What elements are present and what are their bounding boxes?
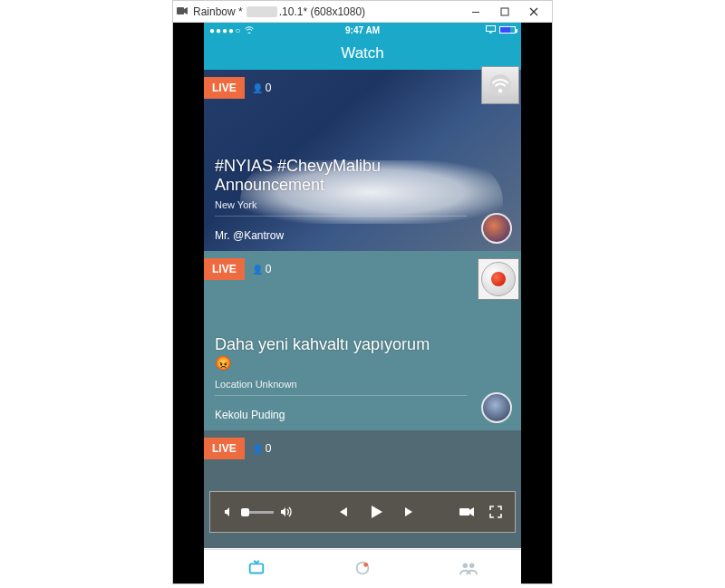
previous-button[interactable]	[336, 506, 349, 518]
live-badge: LIVE	[204, 258, 245, 280]
status-time: 9:47 AM	[204, 25, 521, 35]
window-title-prefix: Rainbow *	[193, 5, 243, 18]
stream-feed[interactable]: LIVE 0 #NYIAS #ChevyMalibu Announcement …	[204, 70, 521, 549]
stream-author: Kekolu Puding	[215, 409, 467, 421]
phone-screen: ●●●●○ 9:47 AM Watch	[204, 23, 521, 585]
app-header: Watch	[204, 37, 521, 70]
tab-broadcast[interactable]	[310, 550, 416, 585]
svg-point-6	[363, 563, 368, 567]
svg-point-8	[469, 563, 475, 568]
window-titlebar: Rainbow * .10.1* (608x1080)	[173, 1, 552, 23]
overlay-wifi-button[interactable]	[481, 66, 519, 104]
viewer-count: 0	[252, 263, 272, 275]
app-header-title: Watch	[341, 44, 384, 63]
player-control-bar	[209, 491, 516, 533]
viewer-count: 0	[252, 82, 272, 94]
avatar[interactable]	[481, 392, 512, 423]
volume-max-icon[interactable]	[279, 506, 294, 518]
svg-rect-4	[250, 564, 264, 573]
avatar[interactable]	[481, 213, 512, 244]
bottom-tab-bar	[204, 549, 521, 585]
close-button[interactable]	[519, 2, 548, 22]
svg-rect-10	[459, 508, 469, 516]
svg-point-7	[462, 563, 467, 568]
stream-title: Daha yeni kahvaltı yapıyorum	[215, 335, 467, 355]
live-badge: LIVE	[204, 438, 245, 459]
stream-card[interactable]: LIVE 0 Daha yeni kahvaltı yapıyorum 😡 Lo…	[204, 251, 521, 430]
stream-location: New York	[215, 199, 467, 210]
stream-location: Location Unknown	[215, 379, 467, 390]
recorder-window: Rainbow * .10.1* (608x1080) ●●●●○ 9:47 A…	[172, 0, 553, 584]
stream-card[interactable]: LIVE 0 #NYIAS #ChevyMalibu Announcement …	[204, 70, 521, 251]
record-dot-icon	[491, 272, 506, 286]
viewer-count: 0	[252, 442, 272, 455]
overlay-record-button[interactable]	[478, 258, 519, 300]
mute-button[interactable]	[223, 506, 236, 518]
window-title-suffix: .10.1* (608x1080)	[279, 5, 365, 18]
stream-emoji: 😡	[215, 355, 467, 371]
mirrored-screen-area: ●●●●○ 9:47 AM Watch	[173, 23, 552, 583]
volume-slider[interactable]	[241, 511, 274, 514]
svg-rect-1	[472, 12, 479, 13]
tab-people[interactable]	[415, 550, 521, 585]
next-button[interactable]	[403, 506, 416, 518]
play-button[interactable]	[367, 503, 385, 521]
minimize-button[interactable]	[461, 2, 490, 22]
redacted-segment	[246, 6, 277, 17]
live-badge: LIVE	[204, 77, 245, 99]
stream-author: Mr. @Kantrow	[215, 229, 467, 242]
status-bar: ●●●●○ 9:47 AM	[204, 23, 521, 37]
svg-rect-2	[501, 8, 508, 15]
camera-button[interactable]	[459, 506, 475, 518]
svg-rect-0	[177, 7, 184, 14]
camera-icon	[177, 5, 188, 18]
tab-watch[interactable]	[204, 550, 310, 585]
battery-icon	[499, 26, 516, 34]
maximize-button[interactable]	[490, 2, 519, 22]
stream-title: #NYIAS #ChevyMalibu Announcement	[215, 157, 467, 196]
fullscreen-button[interactable]	[489, 506, 502, 518]
